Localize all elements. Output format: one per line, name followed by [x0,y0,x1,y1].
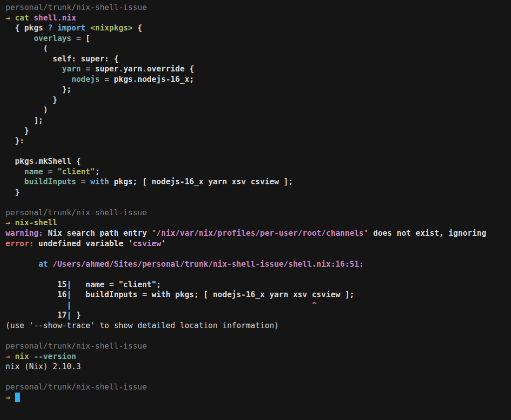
terminal-text-segment: "client" [57,167,95,176]
terminal-text-segment: --version [34,352,76,361]
terminal-text-segment: ? import [43,23,90,32]
terminal-text-segment [5,167,24,176]
terminal-text-segment: → [5,352,15,361]
code-line: } [5,95,507,105]
code-line: yarn = super.yarn.override { [5,64,507,74]
code-line: overlays = [ [5,33,507,44]
blank-line [5,146,507,157]
terminal-text-segment: super [95,64,118,73]
blank-line [5,372,507,383]
prompt-line-active: → [5,393,507,403]
terminal-text-segment: yarn [123,64,142,73]
version-output-line: nix (Nix) 2.10.3 [5,362,507,372]
terminal-text-segment: /nix/var/nix/profiles/per-user/root/chan… [156,228,364,238]
terminal-screen[interactable]: personal/trunk/nix-shell-issue→ cat shel… [0,0,511,420]
terminal-text-segment: undefined variable ' [34,239,133,248]
prompt-line-version: → nix --version [5,352,507,362]
terminal-text-segment: ; [95,167,99,176]
terminal-text-segment: error: [5,239,34,248]
code-line: self: super: { [5,54,507,64]
terminal-text-segment [5,64,62,73]
terminal-text-segment: pkgs; [ nodejs-16_x yarn xsv csview ]; [109,177,293,186]
code-line: ]; [5,115,507,126]
blank-line [5,269,507,280]
terminal-text-segment [5,259,38,269]
terminal-text-segment: shell.nix [34,13,76,22]
snippet-caret-line: | ^ [5,300,507,311]
terminal-text-segment: | [5,300,71,310]
terminal-text-segment: = [81,64,95,73]
error-line: error: undefined variable 'csview' [5,239,507,249]
terminal-text-segment: mkShell { [38,156,81,166]
terminal-text-segment: personal/trunk/nix-shell-issue [5,341,147,351]
code-line: } [5,126,507,136]
terminal-text-segment: ^ [71,300,316,310]
terminal-text-segment: self: super: { [5,54,119,63]
code-line: pkgs.mkShell { [5,156,507,167]
blank-line [5,331,507,342]
hint-line: (use '--show-trace' to show detailed loc… [5,321,507,331]
terminal-text-segment [5,74,71,84]
code-line: } [5,187,507,198]
terminal-text-segment: nodejs-16_x; [137,74,194,84]
terminal-text-segment: ( [5,43,48,53]
terminal-text-segment: personal/trunk/nix-shell-issue [5,2,147,12]
error-location-line: at /Users/ahmed/Sites/personal/trunk/nix… [5,259,507,270]
terminal-text-segment: yarn [62,64,81,73]
code-line: { pkgs ? import <nixpkgs> { [5,23,507,33]
terminal-text-segment: } [5,187,19,197]
blank-line [5,249,507,259]
code-line: ) [5,105,507,115]
terminal-text-segment: nodejs [71,74,100,84]
terminal-text-segment: override { [147,64,194,73]
terminal-text-segment: = [71,33,85,43]
terminal-text-segment: . [142,64,147,73]
code-line: nodejs = pkgs.nodejs-16_x; [5,74,507,85]
terminal-text-segment: 17| } [5,310,81,320]
snippet-line-17: 17| } [5,310,507,321]
warning-line: warning: Nix search path entry '/nix/var… [5,228,507,239]
terminal-text-segment: pkgs [5,156,34,166]
terminal-text-segment: nix-shell [15,218,57,227]
snippet-line-15: 15| name = "client"; [5,280,507,290]
cwd-line: personal/trunk/nix-shell-issue [5,208,507,218]
terminal-text-segment: ]; [5,115,43,125]
block-cursor[interactable] [15,393,20,402]
terminal-text-segment: buildInputs [24,177,76,186]
terminal-text-segment: overlays [34,33,72,43]
terminal-text-segment: → [5,13,15,22]
terminal-text-segment: <nixpkgs> [90,23,133,32]
terminal-text-segment: { [5,23,24,32]
blank-line [5,197,507,208]
terminal-text-segment: }; [5,84,71,94]
terminal-text-segment: [ [86,33,90,43]
code-line: }: [5,136,507,146]
terminal-text-segment: at [38,259,52,269]
terminal-text-segment: /Users/ahmed/Sites/personal/trunk/nix-sh… [52,259,363,269]
terminal-text-segment: (use '--show-trace' to show detailed loc… [5,321,279,330]
cwd-line: personal/trunk/nix-shell-issue [5,2,507,13]
terminal-text-segment: with [90,177,109,186]
terminal-text-segment: { [133,23,142,32]
terminal-text-segment: Nix search path entry ' [43,228,157,238]
terminal-text-segment: } [5,95,57,104]
terminal-text-segment: ' [161,239,166,248]
terminal-text-segment: 15| name = "client"; [5,280,161,289]
terminal-text-segment: nix (Nix) 2.10.3 [5,362,81,371]
cwd-line: personal/trunk/nix-shell-issue [5,382,507,393]
terminal-text-segment: nix [15,352,34,361]
terminal-text-segment [5,33,34,43]
terminal-text-segment: } [5,126,29,135]
terminal-text-segment: csview [133,239,161,248]
terminal-text-segment: name [24,167,43,176]
terminal-text-segment: . [119,64,123,73]
terminal-text-segment: ) [5,105,48,114]
terminal-text-segment: pkgs [114,74,133,84]
terminal-text-segment: ' does not exist, ignoring [364,228,487,238]
terminal-text-segment: 16| buildInputs = with pkgs; [ nodejs-16… [5,290,354,299]
prompt-line-nix-shell: → nix-shell [5,218,507,228]
terminal-text-segment: personal/trunk/nix-shell-issue [5,382,147,392]
code-line: ( [5,43,507,54]
code-line: buildInputs = with pkgs; [ nodejs-16_x y… [5,177,507,187]
snippet-line-16: 16| buildInputs = with pkgs; [ nodejs-16… [5,290,507,300]
